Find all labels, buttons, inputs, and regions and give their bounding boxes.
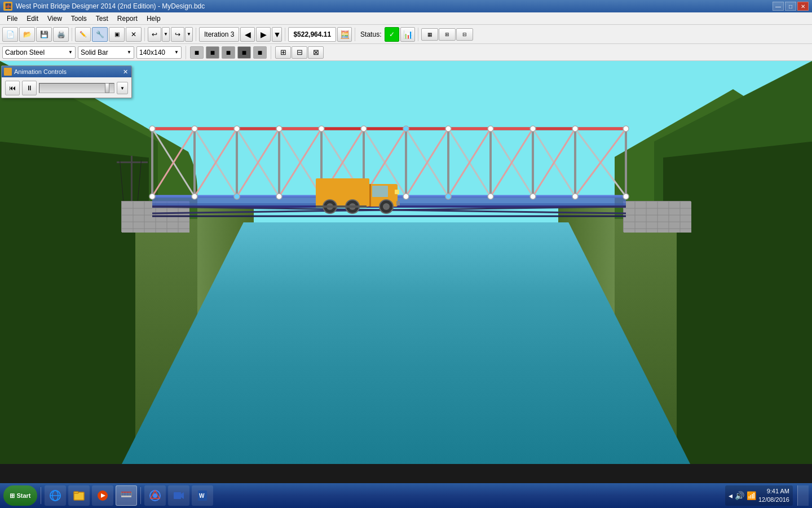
svg-point-92 <box>445 194 451 199</box>
maximize-button[interactable]: □ <box>785 2 796 11</box>
calculator-button[interactable]: 🧮 <box>337 27 352 42</box>
open-button[interactable]: 📂 <box>19 27 35 42</box>
draw-button[interactable]: ✏️ <box>75 27 91 42</box>
tray-volume-icon: 📶 <box>747 491 756 500</box>
svg-point-96 <box>623 194 629 199</box>
canvas-area[interactable]: Animation Controls ✕ ⏮ ⏸ ▼ <box>0 61 812 464</box>
taskbar-media-icon[interactable] <box>92 485 113 506</box>
iteration-dropdown-button[interactable]: ▼ <box>272 27 282 42</box>
delete-button[interactable]: ✕ <box>126 27 142 42</box>
animation-dropdown-button[interactable]: ▼ <box>117 82 128 94</box>
speed-thumb <box>105 83 109 93</box>
separator1 <box>72 28 72 41</box>
svg-rect-110 <box>396 201 400 205</box>
section-btn-1[interactable]: ▦ <box>421 28 438 41</box>
menu-tools[interactable]: Tools <box>67 14 91 24</box>
titlebar: 🌉 West Point Bridge Designer 2014 (2nd E… <box>0 0 812 12</box>
section-btn-3[interactable]: ⊟ <box>456 28 473 41</box>
svg-point-86 <box>192 194 197 199</box>
toolbar1: 📄 📂 💾 🖨️ ✏️ 🔧 ▣ ✕ ↩ ▼ ↪ ▼ Iteration 3 ◀ … <box>0 25 812 44</box>
animation-controls-close[interactable]: ✕ <box>122 68 129 76</box>
material-arrow-icon: ▼ <box>68 50 73 55</box>
clock-time: 9:41 AM <box>758 487 789 496</box>
prev-iteration-button[interactable]: ◀ <box>240 27 255 42</box>
joint-btn-2[interactable]: ⊟ <box>292 46 307 59</box>
size-value: 140x140 <box>139 49 165 56</box>
iteration-text: Iteration 3 <box>204 30 234 38</box>
windows-flag-icon: ⊞ <box>10 492 15 500</box>
svg-point-107 <box>383 203 390 210</box>
taskbar-ie-icon[interactable] <box>45 485 66 506</box>
status-indicator: ✓ <box>385 27 399 42</box>
select-button[interactable]: 🔧 <box>92 27 108 42</box>
svg-point-73 <box>149 126 155 132</box>
taskbar-right: ◂ 🔊 📶 9:41 AM 12/08/2016 <box>725 485 809 506</box>
iteration-label: Iteration 3 <box>199 27 239 42</box>
taskbar-video-icon[interactable] <box>168 485 189 506</box>
svg-point-88 <box>276 194 282 199</box>
menu-help[interactable]: Help <box>142 14 165 24</box>
material-select[interactable]: Carbon Steel ▼ <box>2 46 76 59</box>
joint-btn-1[interactable]: ⊞ <box>275 46 291 59</box>
menu-report[interactable]: Report <box>113 14 142 24</box>
undo-arrow[interactable]: ▼ <box>162 27 170 42</box>
redo-arrow[interactable]: ▼ <box>185 27 193 42</box>
undo-dropdown: ↩ ▼ <box>148 27 170 42</box>
menu-file[interactable]: File <box>2 14 22 24</box>
taskbar-word-icon[interactable]: W <box>192 485 213 506</box>
joint-btn-3[interactable]: ⊠ <box>308 46 324 59</box>
titlebar-title: West Point Bridge Designer 2014 (2nd Edi… <box>16 2 205 10</box>
section-style-2[interactable]: ■ <box>237 46 251 59</box>
member-color-btn[interactable]: ■ <box>190 46 204 59</box>
joint-buttons: ⊞ ⊟ ⊠ <box>275 46 324 59</box>
separator5 <box>355 28 355 41</box>
taskbar-explorer-icon[interactable] <box>68 485 90 506</box>
member-shade-btn[interactable]: ■ <box>206 46 219 59</box>
svg-rect-118 <box>121 496 131 497</box>
taskbar-chrome-icon[interactable] <box>144 485 166 506</box>
section-style-1[interactable]: ■ <box>222 46 235 59</box>
separator3 <box>196 28 196 41</box>
undo-button[interactable]: ↩ <box>148 27 161 42</box>
titlebar-left: 🌉 West Point Bridge Designer 2014 (2nd E… <box>3 2 205 11</box>
section-style-3[interactable]: ■ <box>253 46 267 59</box>
taskbar-bridge-icon[interactable] <box>116 485 137 506</box>
section-btn-2[interactable]: ⊞ <box>439 28 456 41</box>
pause-button[interactable]: ⏸ <box>22 81 37 95</box>
start-button[interactable]: ⊞ Start <box>3 485 37 506</box>
svg-point-87 <box>234 194 240 199</box>
abutment-right <box>623 201 691 232</box>
menu-view[interactable]: View <box>43 14 67 24</box>
panel-icon <box>4 68 12 76</box>
new-button[interactable]: 📄 <box>2 27 18 42</box>
table-button[interactable]: 📊 <box>400 27 415 42</box>
svg-point-74 <box>192 126 197 132</box>
separator6 <box>418 28 418 41</box>
size-select[interactable]: 140x140 ▼ <box>136 46 182 59</box>
svg-text:W: W <box>199 493 205 499</box>
menu-test[interactable]: Test <box>91 14 113 24</box>
animation-controls-panel: Animation Controls ✕ ⏮ ⏸ ▼ <box>1 65 132 98</box>
rewind-button[interactable]: ⏮ <box>5 81 20 95</box>
toolbar2: Carbon Steel ▼ Solid Bar ▼ 140x140 ▼ ■ ■… <box>0 44 812 61</box>
tray-chevron-icon[interactable]: ◂ <box>729 491 732 500</box>
save-button[interactable]: 💾 <box>36 27 52 42</box>
titlebar-controls: — □ ✕ <box>773 2 809 11</box>
separator4 <box>285 28 285 41</box>
redo-button[interactable]: ↪ <box>171 27 184 42</box>
show-desktop-button[interactable] <box>797 485 809 506</box>
next-iteration-button[interactable]: ▶ <box>256 27 271 42</box>
status-label: Status: <box>358 30 383 38</box>
speed-slider[interactable] <box>39 83 114 93</box>
shape-select[interactable]: Solid Bar ▼ <box>78 46 134 59</box>
minimize-button[interactable]: — <box>773 2 784 11</box>
clock-date: 12/08/2016 <box>758 496 789 504</box>
close-button[interactable]: ✕ <box>797 2 809 11</box>
menu-edit[interactable]: Edit <box>22 14 43 24</box>
svg-point-77 <box>319 126 324 132</box>
print-button[interactable]: 🖨️ <box>53 27 69 42</box>
svg-rect-108 <box>316 205 367 208</box>
select-all-button[interactable]: ▣ <box>109 27 125 42</box>
shape-arrow-icon: ▼ <box>127 50 131 55</box>
svg-point-95 <box>572 194 578 199</box>
